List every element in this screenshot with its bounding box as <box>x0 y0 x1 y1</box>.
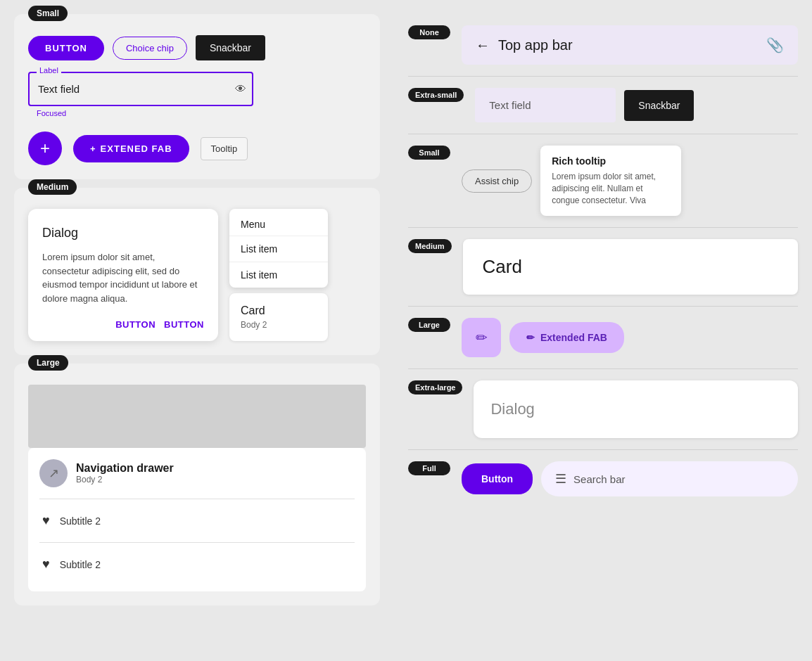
left-panel: Small BUTTON Choice chip Snackbar Label … <box>0 0 394 661</box>
dialog-title: Dialog <box>42 226 204 240</box>
dialog-btn-2[interactable]: BUTTON <box>164 319 204 330</box>
right-content-large: ✏ ✏ Extended FAB <box>462 318 798 357</box>
right-content-extra-large: Dialog <box>474 380 798 438</box>
nav-drawer-header: ↗ Navigation drawer Body 2 <box>39 459 355 487</box>
right-content-full: Button ☰ Search bar <box>462 461 798 496</box>
small-badge-right: Small <box>408 146 450 160</box>
nav-divider-2 <box>39 542 355 543</box>
fab-extended-label: EXTENED FAB <box>101 143 172 154</box>
fab-extended-edit-icon: ✏ <box>526 332 535 343</box>
right-content-extra-small: Text field Snackbar <box>475 88 798 122</box>
nav-item-2-label: Subtitle 2 <box>60 559 101 570</box>
card-right-title: Card <box>483 256 778 278</box>
right-section-small: Small Assist chip Rich tooltip Lorem ips… <box>408 134 798 228</box>
search-bar[interactable]: ☰ Search bar <box>541 461 798 496</box>
medium-section-content: Dialog Lorem ipsum dolor sit amet, conse… <box>28 202 366 341</box>
card-small-title: Card <box>241 304 317 317</box>
choice-chip[interactable]: Choice chip <box>113 37 187 60</box>
full-badge: Full <box>408 461 450 475</box>
medium-badge: Medium <box>28 179 77 195</box>
nav-item-1[interactable]: ♥ Subtitle 2 <box>39 505 355 537</box>
assist-chip[interactable]: Assist chip <box>462 169 532 193</box>
focused-label: Focused <box>37 109 366 117</box>
gray-block <box>28 385 366 448</box>
nav-divider-1 <box>39 499 355 499</box>
button-right[interactable]: Button <box>462 463 533 494</box>
fab-extended-right[interactable]: ✏ Extended FAB <box>509 322 624 353</box>
back-icon[interactable]: ← <box>476 37 490 53</box>
attach-icon[interactable]: 📎 <box>766 37 784 53</box>
small-badge: Small <box>28 6 68 21</box>
dialog-body: Lorem ipsum dolor sit amet, consectetur … <box>42 250 204 305</box>
menu-card-column: Menu List item List item Card Body 2 <box>229 209 328 341</box>
large-badge-right: Large <box>408 318 450 332</box>
heart-icon-1: ♥ <box>42 513 50 528</box>
menu-item-2[interactable]: List item <box>229 262 328 288</box>
fab-circle-button[interactable]: + <box>28 131 62 165</box>
dialog-actions: BUTTON BUTTON <box>42 319 204 330</box>
button-filled[interactable]: BUTTON <box>28 36 104 60</box>
top-app-bar: ← Top app bar 📎 <box>462 25 798 65</box>
medium-badge-right: Medium <box>408 239 452 253</box>
right-content-small: Assist chip Rich tooltip Lorem ipsum dol… <box>462 146 798 216</box>
right-section-medium: Medium Card <box>408 228 798 307</box>
fab-plus-icon: + <box>90 143 96 154</box>
dialog-btn-1[interactable]: BUTTON <box>115 319 156 330</box>
nav-avatar: ↗ <box>39 459 68 487</box>
right-section-large: Large ✏ ✏ Extended FAB <box>408 307 798 369</box>
snackbar: Snackbar <box>196 35 265 60</box>
none-badge: None <box>408 25 450 39</box>
dialog-right-title: Dialog <box>490 400 781 418</box>
heart-icon-2: ♥ <box>42 557 50 572</box>
right-section-full: Full Button ☰ Search bar <box>408 450 798 508</box>
fab-extended-button[interactable]: + EXTENED FAB <box>73 135 189 162</box>
right-content-medium: Card <box>463 239 798 295</box>
small-section-content: BUTTON Choice chip Snackbar <box>28 28 366 60</box>
search-bar-label: Search bar <box>573 473 784 485</box>
fab-extended-right-label: Extended FAB <box>540 332 607 343</box>
avatar-icon: ↗ <box>49 466 59 481</box>
nav-item-1-label: Subtitle 2 <box>60 515 101 527</box>
nav-item-2[interactable]: ♥ Subtitle 2 <box>39 548 355 580</box>
tooltip: Tooltip <box>201 137 248 160</box>
dialog-box: Dialog Lorem ipsum dolor sit amet, conse… <box>28 209 218 341</box>
extra-large-badge: Extra-large <box>408 380 462 394</box>
nav-drawer: ↗ Navigation drawer Body 2 ♥ Subtitle 2 … <box>28 448 366 591</box>
medium-section: Medium Dialog Lorem ipsum dolor sit amet… <box>14 188 380 355</box>
rich-tooltip-title: Rich tooltip <box>552 155 670 167</box>
menu-item-1[interactable]: List item <box>229 236 328 262</box>
text-field-label: Label <box>37 66 61 75</box>
top-bar-title: Top app bar <box>498 37 758 53</box>
eye-icon[interactable]: 👁 <box>235 83 246 96</box>
right-content-none: ← Top app bar 📎 <box>462 25 798 65</box>
dialog-right: Dialog <box>474 380 798 438</box>
card-small-body: Body 2 <box>241 320 317 330</box>
fab-row: + + EXTENED FAB Tooltip <box>28 131 366 165</box>
menu-box: Menu List item List item <box>229 209 328 288</box>
card-small: Card Body 2 <box>229 293 328 341</box>
extra-small-badge: Extra-small <box>408 88 464 102</box>
large-badge: Large <box>28 355 68 371</box>
nav-drawer-info: Navigation drawer Body 2 <box>76 462 174 484</box>
small-section: Small BUTTON Choice chip Snackbar Label … <box>14 14 380 179</box>
right-section-extra-large: Extra-large Dialog <box>408 369 798 450</box>
large-section: Large ↗ Navigation drawer Body 2 ♥ Subti… <box>14 364 380 605</box>
text-field-input[interactable] <box>28 72 253 106</box>
large-section-content: ↗ Navigation drawer Body 2 ♥ Subtitle 2 … <box>28 378 366 591</box>
rich-tooltip-body: Lorem ipsum dolor sit amet, adipiscing e… <box>552 171 670 206</box>
text-field-right[interactable]: Text field <box>475 88 616 122</box>
text-field-wrapper: Label 👁 <box>28 72 253 106</box>
fab-edit-icon: ✏ <box>476 329 488 346</box>
right-section-extra-small: Extra-small Text field Snackbar <box>408 77 798 134</box>
rich-tooltip: Rich tooltip Lorem ipsum dolor sit amet,… <box>540 146 681 216</box>
right-panel: None ← Top app bar 📎 Extra-small Text fi… <box>394 0 812 661</box>
right-section-none: None ← Top app bar 📎 <box>408 14 798 77</box>
nav-drawer-subtitle: Body 2 <box>76 475 174 484</box>
card-right: Card <box>463 239 798 295</box>
nav-drawer-title: Navigation drawer <box>76 462 174 475</box>
snackbar-right: Snackbar <box>624 90 694 121</box>
fab-circle-right[interactable]: ✏ <box>462 318 501 357</box>
hamburger-icon[interactable]: ☰ <box>555 471 566 487</box>
menu-title: Menu <box>229 209 328 236</box>
